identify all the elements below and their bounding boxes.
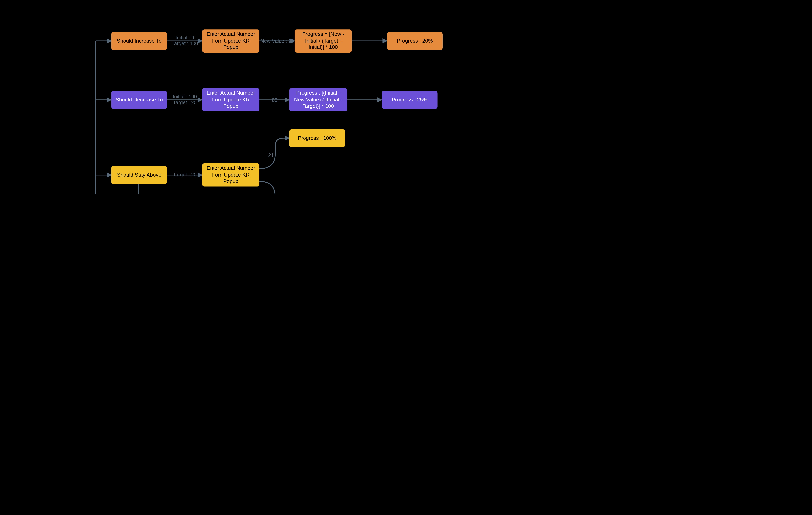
stay-above-action: Enter Actual Number from Update KR Popup (202, 163, 260, 187)
increase-type-label: Should Increase To (117, 38, 162, 44)
decrease-action-label: Enter Actual Number from Update KR Popup (205, 90, 256, 110)
increase-action-label: Enter Actual Number from Update KR Popup (205, 31, 256, 51)
decrease-formula: Progress : [(Initial - New Value) / (Ini… (289, 88, 347, 111)
decrease-action: Enter Actual Number from Update KR Popup (202, 88, 260, 111)
increase-action: Enter Actual Number from Update KR Popup (202, 29, 260, 53)
stay-above-hi-result: Progress : 100% (289, 129, 345, 147)
increase-new-value: New Value : 20 (260, 39, 294, 45)
increase-params: Initial : 0 Target : 100 (172, 35, 198, 47)
increase-formula-label: Progress = [New - Initial / (Target - In… (298, 31, 349, 51)
stay-above-action-label: Enter Actual Number from Update KR Popup (205, 165, 256, 185)
stay-above-type: Should Stay Above (111, 166, 167, 184)
decrease-type-label: Should Decrease To (116, 97, 163, 103)
increase-result-label: Progress : 20% (397, 38, 433, 44)
stay-above-params: Target : 20 (173, 172, 197, 178)
increase-result: Progress : 20% (387, 32, 443, 50)
decrease-params: Initial : 100 Target : 20 (173, 94, 197, 106)
stay-above-type-label: Should Stay Above (117, 172, 162, 178)
decrease-new-value: 80 (272, 98, 277, 103)
increase-type: Should Increase To (111, 32, 167, 50)
decrease-type: Should Decrease To (111, 91, 167, 109)
diagram-canvas: Key Result Type Should Increase To Initi… (0, 0, 798, 194)
stay-above-hi-label: 21 (268, 153, 274, 159)
increase-formula: Progress = [New - Initial / (Target - In… (295, 29, 352, 53)
decrease-result-label: Progress : 25% (392, 97, 428, 103)
stay-above-hi-result-label: Progress : 100% (298, 135, 337, 141)
decrease-formula-label: Progress : [(Initial - New Value) / (Ini… (292, 90, 344, 110)
decrease-result: Progress : 25% (382, 91, 437, 109)
